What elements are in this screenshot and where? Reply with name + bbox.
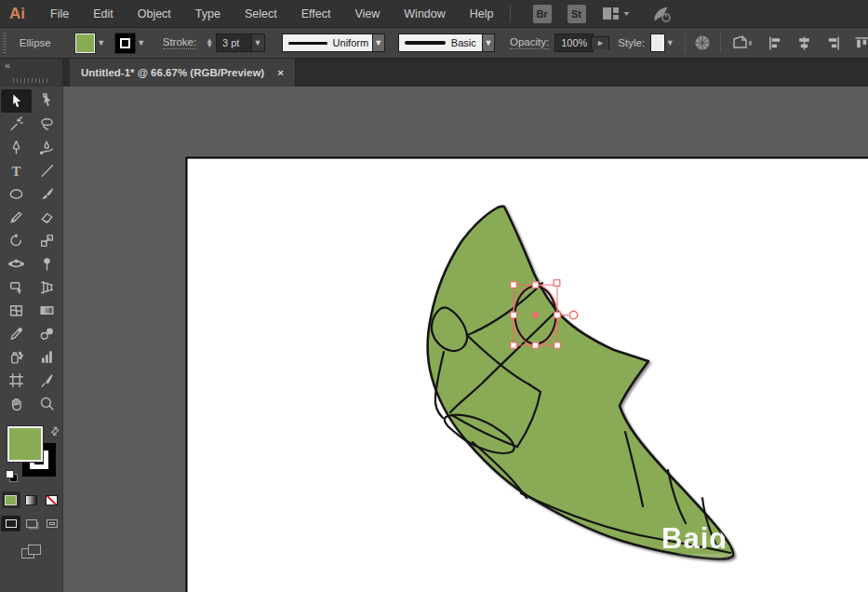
chevron-down-icon[interactable]: ▼ — [95, 34, 108, 53]
chevron-down-icon[interactable]: ▼ — [135, 34, 148, 53]
style-swatch[interactable] — [650, 34, 665, 52]
hand-tool[interactable] — [1, 392, 32, 415]
menu-object[interactable]: Object — [126, 0, 183, 28]
mesh-tool[interactable] — [1, 299, 32, 322]
opacity-expand-arrow[interactable]: ▼ — [591, 36, 609, 49]
none-mode-button[interactable] — [43, 491, 61, 508]
width-tool[interactable] — [1, 252, 32, 276]
drawing-mode-buttons — [0, 516, 62, 531]
ellipse-tool[interactable] — [1, 182, 32, 206]
stroke-color-control[interactable]: ▼ — [115, 34, 148, 53]
magic-wand-tool[interactable] — [1, 113, 32, 136]
slice-tool[interactable] — [32, 369, 62, 392]
opacity-label[interactable]: Opacity: — [510, 36, 549, 49]
tab-bar: « Untitled-1* @ 66.67% (RGB/Preview) × — [0, 59, 868, 87]
symbol-sprayer-tool[interactable] — [1, 345, 32, 369]
stroke-weight-dropdown[interactable]: ▼ — [252, 34, 265, 52]
close-tab-icon[interactable]: × — [277, 67, 284, 78]
eraser-tool[interactable] — [32, 206, 62, 229]
menu-effect[interactable]: Effect — [289, 0, 343, 28]
stroke-weight-field[interactable]: 3 pt — [216, 34, 251, 52]
separator — [685, 33, 686, 53]
zoom-tool[interactable] — [32, 392, 62, 415]
curvature-tool[interactable] — [32, 136, 62, 159]
column-graph-tool[interactable] — [32, 345, 62, 369]
brush-definition-dropdown[interactable]: Basic — [398, 34, 483, 52]
horizontal-align-left-icon[interactable] — [768, 35, 783, 51]
document-tab-title: Untitled-1* @ 66.67% (RGB/Preview) — [81, 67, 264, 78]
direct-selection-tool[interactable] — [32, 89, 62, 113]
vertical-align-top-icon[interactable] — [854, 35, 868, 51]
chevron-down-icon[interactable]: ▼ — [373, 34, 385, 52]
change-screen-mode-button[interactable] — [0, 545, 62, 559]
horizontal-align-center-icon[interactable] — [796, 35, 812, 51]
workspace-switcher-icon — [603, 7, 619, 20]
basic-brush-preview — [405, 41, 446, 45]
gradient-mode-button[interactable] — [22, 491, 41, 508]
lasso-tool[interactable] — [32, 113, 62, 136]
document-tab[interactable]: Untitled-1* @ 66.67% (RGB/Preview) × — [70, 59, 296, 87]
chevron-down-icon[interactable]: ▼ — [665, 34, 675, 53]
shape-builder-tool[interactable] — [1, 276, 32, 299]
draw-behind-button[interactable] — [21, 516, 41, 531]
eyedropper-tool[interactable] — [1, 322, 32, 345]
recolor-artwork-icon[interactable] — [694, 34, 711, 51]
document-setup-icon[interactable] — [730, 34, 754, 51]
default-fill-stroke-icon[interactable] — [6, 470, 18, 482]
color-mode-button[interactable] — [2, 491, 20, 508]
menu-bar: Ai FileEditObjectTypeSelectEffectViewWin… — [0, 0, 868, 28]
type-tool[interactable]: T — [1, 159, 32, 182]
menu-help[interactable]: Help — [458, 0, 506, 28]
control-bar-grip[interactable] — [3, 33, 7, 53]
scale-tool[interactable] — [32, 229, 62, 252]
control-bar: Ellipse ▼ ▼ Stroke: ▲▼ 3 pt ▼ Uniform ▼ … — [0, 28, 868, 59]
menu-type[interactable]: Type — [183, 0, 233, 28]
chevron-down-icon: ▼ — [622, 10, 632, 18]
menu-file[interactable]: File — [38, 0, 81, 28]
tool-panel: T ⇄ — [0, 87, 63, 592]
menu-edit[interactable]: Edit — [81, 0, 126, 28]
width-profile-dropdown[interactable]: Uniform — [282, 34, 373, 52]
shaper-tool[interactable] — [1, 206, 32, 229]
menu-view[interactable]: View — [342, 0, 392, 28]
menu-window[interactable]: Window — [392, 0, 457, 28]
tool-panel-header: « — [0, 59, 63, 87]
stroke-label[interactable]: Stroke: — [163, 36, 196, 49]
canvas-area[interactable]: Baidu — [63, 87, 868, 592]
gpu-performance-icon[interactable] — [651, 5, 672, 23]
fill-color-control[interactable]: ▼ — [75, 34, 108, 53]
uniform-profile-preview — [288, 42, 327, 45]
draw-inside-button[interactable] — [42, 516, 61, 531]
stroke-color-swatch[interactable] — [115, 34, 135, 53]
gradient-tool[interactable] — [32, 299, 62, 322]
center-point[interactable] — [532, 312, 539, 318]
blend-tool[interactable] — [32, 322, 62, 345]
chevron-down-icon[interactable]: ▼ — [483, 34, 495, 52]
swap-fill-stroke-icon[interactable]: ⇄ — [47, 423, 62, 438]
stock-button[interactable]: St — [568, 5, 586, 23]
svg-text:T: T — [11, 164, 20, 179]
pen-tool[interactable] — [1, 136, 32, 159]
bridge-button[interactable]: Br — [533, 5, 552, 23]
draw-normal-button[interactable] — [1, 516, 20, 531]
rotate-handle[interactable] — [569, 311, 577, 318]
tool-context-label: Ellipse — [20, 37, 51, 48]
fill-indicator-swatch[interactable] — [7, 426, 43, 462]
perspective-grid-tool[interactable] — [32, 276, 62, 299]
collapse-panel-icon[interactable]: « — [5, 60, 10, 71]
stroke-weight-stepper[interactable]: ▲▼ — [206, 38, 213, 47]
tool-panel-grip[interactable] — [13, 78, 50, 83]
horizontal-align-right-icon[interactable] — [825, 35, 841, 51]
selection-tool[interactable] — [1, 89, 32, 113]
artboard-tool[interactable] — [1, 369, 32, 392]
line-segment-tool[interactable] — [32, 159, 62, 182]
illustrator-window: Ai FileEditObjectTypeSelectEffectViewWin… — [0, 0, 868, 592]
workspace-switcher[interactable]: ▼ — [603, 7, 632, 20]
puppet-warp-tool[interactable] — [32, 252, 62, 276]
opacity-field[interactable]: 100% — [554, 34, 594, 52]
paintbrush-tool[interactable] — [32, 182, 62, 206]
fill-color-swatch[interactable] — [75, 34, 95, 53]
rotate-tool[interactable] — [1, 229, 32, 252]
menu-select[interactable]: Select — [233, 0, 289, 28]
paint-mode-buttons — [0, 491, 62, 508]
